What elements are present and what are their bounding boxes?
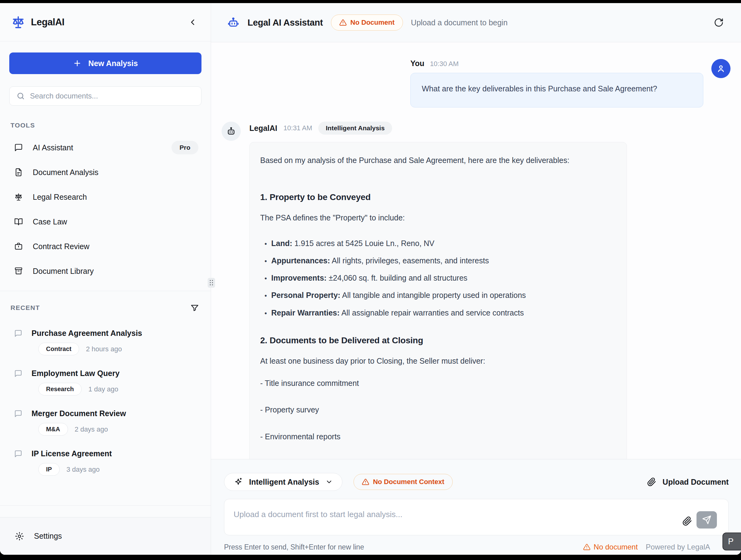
tools-section-title: TOOLS <box>10 122 211 129</box>
recent-item[interactable]: Employment Law Query Research 1 day ago <box>0 363 211 403</box>
composer-footer: Press Enter to send, Shift+Enter for new… <box>224 543 729 551</box>
assistant-message-card: Based on my analysis of the Purchase and… <box>249 142 627 459</box>
funnel-icon <box>190 304 199 312</box>
sidebar-item-contract-review[interactable]: Contract Review <box>0 234 211 259</box>
assistant-intro: Based on my analysis of the Purchase and… <box>260 155 613 166</box>
list-item: Repair Warranties: All assignable repair… <box>265 304 613 321</box>
recent-item-time: 1 day ago <box>88 385 118 393</box>
send-button[interactable] <box>696 511 717 529</box>
brand: LegalAI <box>11 15 64 29</box>
sparkles-icon <box>233 477 243 486</box>
sidebar-item-label: Document Analysis <box>33 168 98 177</box>
search-icon <box>16 92 25 100</box>
recent-item-tag: Contract <box>38 343 79 355</box>
sidebar-item-settings[interactable]: Settings <box>0 517 211 555</box>
sidebar-item-document-analysis[interactable]: Document Analysis <box>0 160 211 185</box>
no-document-badge: No Document <box>331 14 403 30</box>
analysis-mode-chip: Intelligent Analysis <box>318 122 392 135</box>
user-name: You <box>410 59 424 68</box>
recent-item[interactable]: Merger Document Review M&A 2 days ago <box>0 403 211 443</box>
sidebar-item-case-law[interactable]: Case Law <box>0 209 211 234</box>
chat-bubble-icon <box>14 450 22 458</box>
assistant-section-lead: The PSA defines the "Property" to includ… <box>260 212 613 223</box>
assistant-section-title: 2. Documents to be Delivered at Closing <box>260 336 613 345</box>
assistant-avatar <box>221 122 241 141</box>
refresh-icon <box>714 18 724 27</box>
grip-dots-icon <box>210 280 213 286</box>
no-document-status: No document <box>583 543 638 551</box>
tools-nav: AI Assistant Pro Document Analysis Legal… <box>0 135 211 284</box>
upload-document-button[interactable]: Upload Document <box>647 477 729 486</box>
keyboard-hint: Press Enter to send, Shift+Enter for new… <box>224 543 364 551</box>
sidebar-item-label: Contract Review <box>33 242 89 251</box>
sidebar: LegalAI New Analysis TOOLS AI Assistant … <box>0 3 211 555</box>
paperclip-icon <box>647 477 656 486</box>
sidebar-collapse-button[interactable] <box>186 15 200 29</box>
sidebar-item-label: AI Assistant <box>33 143 73 152</box>
book-open-icon <box>14 217 23 226</box>
closing-deliverable: - Title insurance commitment <box>260 378 613 389</box>
recent-item[interactable]: IP License Agreement IP 3 days ago <box>0 443 211 483</box>
message-input-wrap <box>224 499 729 535</box>
sidebar-resize-handle[interactable] <box>208 278 215 288</box>
refresh-button[interactable] <box>714 18 724 27</box>
app-window: LegalAI New Analysis TOOLS AI Assistant … <box>0 3 741 555</box>
composer: Intelligent Analysis No Document Context… <box>211 459 741 555</box>
recent-item[interactable]: Purchase Agreement Analysis Contract 2 h… <box>0 323 211 363</box>
recent-item-time: 2 days ago <box>75 425 108 433</box>
sidebar-divider <box>0 291 211 291</box>
assistant-message-time: 10:31 AM <box>283 124 312 132</box>
recent-item-time: 3 days ago <box>66 466 100 474</box>
sidebar-header: LegalAI <box>0 3 211 42</box>
archive-icon <box>14 267 23 275</box>
warning-triangle-icon <box>362 478 369 486</box>
sidebar-item-legal-research[interactable]: Legal Research <box>0 185 211 209</box>
sidebar-item-label: Document Library <box>33 267 93 276</box>
user-message: You 10:30 AM What are the key deliverabl… <box>221 59 731 107</box>
chat-bubble-icon <box>14 370 22 378</box>
sidebar-item-document-library[interactable]: Document Library <box>0 259 211 284</box>
sidebar-item-ai-assistant[interactable]: AI Assistant Pro <box>0 135 211 160</box>
attach-file-button[interactable] <box>682 516 692 526</box>
plus-icon <box>73 59 82 68</box>
search-input[interactable] <box>30 92 194 100</box>
closing-deliverable: - Environmental reports <box>260 431 613 442</box>
briefcase-icon <box>14 242 23 251</box>
assistant-section-title: 1. Property to be Conveyed <box>260 192 613 202</box>
list-item: Land: 1.915 acres at 5425 Louie Ln., Ren… <box>265 235 613 252</box>
recent-item-title: Purchase Agreement Analysis <box>31 329 142 338</box>
paper-plane-icon <box>702 515 711 525</box>
assistant-name: LegalAI <box>249 124 277 133</box>
recent-header: RECENT <box>10 304 199 312</box>
user-message-bubble: What are the key deliverables in this Pu… <box>410 73 703 107</box>
user-message-time: 10:30 AM <box>430 60 459 68</box>
main-header: Legal AI Assistant No Document Upload a … <box>211 3 741 42</box>
deliverables-list: Land: 1.915 acres at 5425 Louie Ln., Ren… <box>265 235 613 321</box>
powered-by-label: Powered by LegalA <box>646 543 710 551</box>
upload-document-label: Upload Document <box>663 478 729 486</box>
recent-item-title: Employment Law Query <box>31 369 120 378</box>
message-input[interactable] <box>224 499 729 535</box>
chevron-left-icon <box>189 18 197 26</box>
analysis-mode-select[interactable]: Intelligent Analysis <box>224 473 342 491</box>
corner-overlay-button[interactable]: P <box>723 533 741 550</box>
new-analysis-button[interactable]: New Analysis <box>9 53 201 74</box>
assistant-section-lead: At least one business day prior to Closi… <box>260 355 613 367</box>
chat-bubble-icon <box>14 329 22 337</box>
list-item: Improvements: ±24,060 sq. ft. building a… <box>265 269 613 287</box>
filter-button[interactable] <box>190 304 199 312</box>
page-title: Legal AI Assistant <box>248 18 323 28</box>
sidebar-item-label: Case Law <box>33 217 67 226</box>
robot-icon <box>226 126 236 136</box>
chat-bubble-icon <box>14 143 23 152</box>
file-text-icon <box>14 168 23 177</box>
recent-item-time: 2 hours ago <box>86 345 122 353</box>
main-panel: Legal AI Assistant No Document Upload a … <box>211 3 741 555</box>
robot-icon <box>227 16 240 29</box>
search-box <box>9 86 201 105</box>
settings-label: Settings <box>34 532 62 541</box>
sidebar-actions: New Analysis <box>0 42 211 105</box>
list-item: Personal Property: All tangible and inta… <box>265 287 613 304</box>
recent-item-tag: IP <box>38 463 60 476</box>
recent-item-title: Merger Document Review <box>31 409 126 418</box>
